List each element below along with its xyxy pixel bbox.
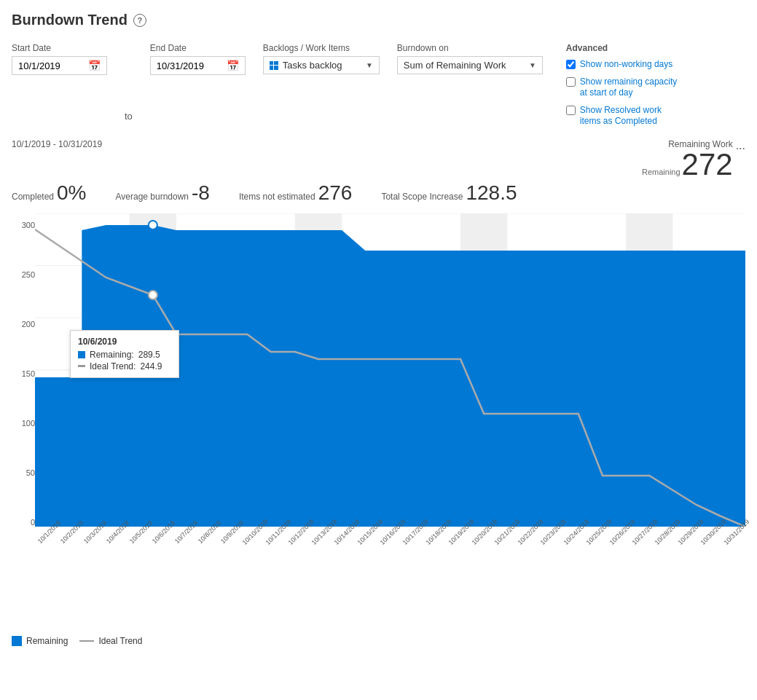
tooltip-remaining-label: Remaining: bbox=[90, 350, 134, 360]
show-resolved-label[interactable]: Show Resolved work items as Completed bbox=[580, 105, 682, 127]
x-axis-wrapper: 10/1/201910/2/201910/3/201910/4/201910/5… bbox=[35, 527, 745, 592]
more-options-icon[interactable]: ... bbox=[736, 139, 745, 152]
total-scope-metric: Total Scope Increase 128.5 bbox=[381, 181, 517, 205]
remaining-work-stat: Remaining Work Remaining 272 bbox=[642, 139, 733, 180]
start-date-calendar-icon[interactable]: 📅 bbox=[88, 60, 101, 71]
avg-burndown-metric: Average burndown -8 bbox=[116, 181, 210, 205]
advanced-label: Advanced bbox=[566, 43, 682, 53]
y-label-250: 250 bbox=[22, 270, 35, 279]
burndown-dropdown[interactable]: Sum of Remaining Work ▼ bbox=[397, 56, 543, 74]
end-date-input-wrapper[interactable]: 📅 bbox=[150, 56, 246, 75]
show-nonworking-checkbox[interactable] bbox=[566, 60, 576, 69]
help-icon[interactable]: ? bbox=[133, 14, 146, 27]
remaining-sub-label: Remaining bbox=[642, 168, 680, 176]
backlogs-label: Backlogs / Work Items bbox=[263, 43, 380, 53]
tooltip-ideal-row: Ideal Trend: 244.9 bbox=[78, 361, 171, 371]
legend-remaining-label: Remaining bbox=[26, 636, 68, 646]
legend: Remaining Ideal Trend bbox=[12, 636, 745, 646]
total-scope-label: Total Scope Increase bbox=[381, 192, 463, 202]
y-label-200: 200 bbox=[22, 320, 35, 329]
x-axis-labels: 10/1/201910/2/201910/3/201910/4/201910/5… bbox=[35, 530, 745, 537]
start-date-input-wrapper[interactable]: 📅 bbox=[12, 56, 107, 75]
end-date-calendar-icon[interactable]: 📅 bbox=[227, 60, 239, 71]
tooltip-box: 10/6/2019 Remaining: 289.5 Ideal Trend: … bbox=[70, 330, 179, 378]
show-nonworking-label[interactable]: Show non-working days bbox=[580, 59, 672, 71]
burndown-value: Sum of Remaining Work bbox=[404, 60, 506, 71]
start-date-label: Start Date bbox=[12, 43, 107, 53]
y-label-300: 300 bbox=[22, 221, 35, 229]
metrics-row: Completed 0% Average burndown -8 Items n… bbox=[12, 181, 745, 208]
y-label-50: 50 bbox=[26, 468, 35, 477]
items-not-estimated-value: 276 bbox=[318, 181, 353, 205]
legend-ideal-color bbox=[79, 640, 94, 642]
show-remaining-checkbox[interactable] bbox=[566, 77, 576, 87]
tooltip-remaining-color bbox=[78, 351, 85, 358]
completed-label: Completed bbox=[12, 192, 54, 202]
backlogs-group: Backlogs / Work Items Tasks backlog ▼ bbox=[263, 43, 380, 74]
backlogs-chevron-icon: ▼ bbox=[366, 61, 373, 69]
end-date-input[interactable] bbox=[157, 60, 222, 71]
show-remaining-label[interactable]: Show remaining capacity at start of day bbox=[580, 76, 682, 99]
items-not-estimated-metric: Items not estimated 276 bbox=[239, 181, 352, 205]
tooltip-date: 10/6/2019 bbox=[78, 337, 171, 347]
remaining-dot bbox=[149, 221, 157, 229]
chart-plot: 10/6/2019 Remaining: 289.5 Ideal Trend: … bbox=[35, 213, 745, 592]
burndown-label: Burndown on bbox=[397, 43, 543, 53]
backlogs-value: Tasks backlog bbox=[283, 60, 342, 71]
tooltip-ideal-label: Ideal Trend: bbox=[90, 361, 136, 371]
y-label-150: 150 bbox=[22, 369, 35, 378]
page-title: Burndown Trend bbox=[12, 12, 128, 28]
avg-burndown-label: Average burndown bbox=[116, 192, 189, 202]
y-label-100: 100 bbox=[22, 419, 35, 428]
start-date-input[interactable] bbox=[18, 60, 84, 71]
burndown-group: Burndown on Sum of Remaining Work ▼ bbox=[397, 43, 543, 74]
total-scope-value: 128.5 bbox=[466, 181, 517, 205]
show-resolved-checkbox[interactable] bbox=[566, 106, 576, 115]
avg-burndown-value: -8 bbox=[192, 181, 210, 205]
legend-remaining-color bbox=[12, 636, 22, 646]
tooltip-ideal-color bbox=[78, 365, 85, 367]
show-nonworking-row: Show non-working days bbox=[566, 59, 682, 71]
burndown-chevron-icon: ▼ bbox=[529, 61, 536, 69]
start-date-group: Start Date 📅 bbox=[12, 43, 107, 75]
end-date-group: End Date 📅 bbox=[150, 43, 246, 75]
y-axis: 300 250 200 150 100 50 0 bbox=[12, 213, 35, 527]
tooltip-remaining-row: Remaining: 289.5 bbox=[78, 350, 171, 360]
legend-ideal-label: Ideal Trend bbox=[98, 636, 142, 646]
controls-row: Start Date 📅 to End Date 📅 Backlogs / Wo… bbox=[12, 43, 745, 127]
tooltip-remaining-value: 289.5 bbox=[138, 350, 160, 360]
ideal-trend-dot bbox=[149, 291, 157, 299]
backlogs-grid-icon bbox=[270, 61, 278, 70]
remaining-value: 272 bbox=[682, 149, 733, 180]
end-date-label: End Date bbox=[150, 43, 246, 53]
items-not-estimated-label: Items not estimated bbox=[239, 192, 315, 202]
backlogs-dropdown[interactable]: Tasks backlog ▼ bbox=[263, 56, 380, 74]
completed-value: 0% bbox=[57, 181, 86, 205]
to-label: to bbox=[125, 111, 133, 127]
completed-metric: Completed 0% bbox=[12, 181, 87, 205]
advanced-section: Advanced Show non-working days Show rema… bbox=[566, 43, 682, 127]
date-range: 10/1/2019 - 10/31/2019 bbox=[12, 139, 102, 149]
chart-area: 300 250 200 150 100 50 0 bbox=[12, 213, 745, 592]
tooltip-ideal-value: 244.9 bbox=[140, 361, 162, 371]
legend-ideal-item: Ideal Trend bbox=[79, 636, 142, 646]
show-remaining-row: Show remaining capacity at start of day bbox=[566, 76, 682, 99]
show-resolved-row: Show Resolved work items as Completed bbox=[566, 105, 682, 127]
legend-remaining-item: Remaining bbox=[12, 636, 68, 646]
